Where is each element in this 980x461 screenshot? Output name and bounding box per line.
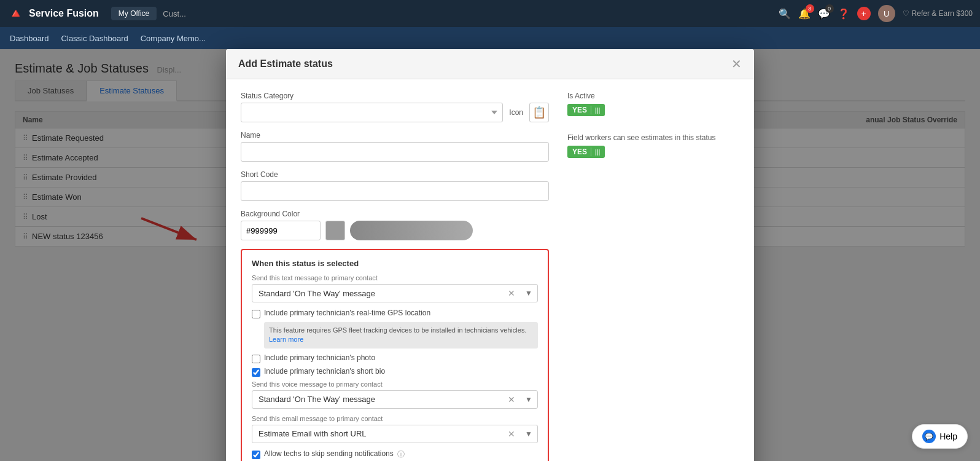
page-content: Estimate & Job Statuses Displ... Job Sta… [0, 49, 980, 461]
color-swatch-button[interactable] [325, 221, 345, 240]
short-code-label: Short Code [241, 170, 549, 179]
name-row: Name [241, 131, 549, 162]
color-input[interactable] [241, 221, 321, 240]
badge-icon: ||| [595, 107, 600, 114]
second-nav: Dashboard Classic Dashboard Company Memo… [0, 27, 980, 49]
icon-label: Icon [509, 108, 523, 117]
modal-body: Status Category Icon 📋 Name [226, 79, 754, 461]
user-avatar[interactable]: U [878, 5, 895, 22]
logo-icon: 🔺 [7, 6, 24, 22]
notification-box: When this status is selected Send this t… [241, 249, 549, 461]
color-row [241, 221, 549, 240]
nav-company-memo[interactable]: Company Memo... [141, 34, 206, 43]
skip-checkbox[interactable] [252, 451, 260, 459]
help-label: Help [939, 431, 957, 441]
nav-icons: 🔍 🔔 3 💬 0 ❓ + U ♡ Refer & Earn $300 [779, 5, 973, 22]
learn-more-link[interactable]: Learn more [269, 336, 303, 343]
add-button[interactable]: + [857, 7, 871, 20]
color-preview [350, 221, 473, 240]
modal-title: Add Estimate status [238, 58, 333, 69]
status-category-label: Status Category [241, 92, 549, 100]
bio-checkbox-row: Include primary technician's short bio [252, 367, 538, 377]
messages-badge: 0 [825, 4, 834, 13]
clear-email-icon[interactable]: ✕ [503, 425, 520, 443]
status-category-select[interactable] [241, 103, 503, 122]
gps-checkbox[interactable] [252, 310, 260, 318]
modal-right: Is Active YES ||| Field workers can see … [567, 92, 739, 461]
chevron-voice-icon[interactable]: ▼ [520, 392, 537, 408]
clear-voice-icon[interactable]: ✕ [503, 391, 520, 408]
email-message-dropdown[interactable]: Estimate Email with short URL ✕ ▼ [252, 425, 538, 443]
clear-text-icon[interactable]: ✕ [503, 285, 520, 302]
bio-checkbox[interactable] [252, 368, 260, 377]
help-nav-button[interactable]: ❓ [838, 8, 850, 20]
search-button[interactable]: 🔍 [779, 8, 791, 20]
heart-icon: ♡ [903, 9, 909, 18]
background-color-row: Background Color [241, 210, 549, 240]
name-input[interactable] [241, 142, 549, 162]
gps-checkbox-row: Include primary technician's real-time G… [252, 309, 538, 318]
short-code-input[interactable] [241, 181, 549, 201]
nav-dashboard[interactable]: Dashboard [10, 34, 49, 43]
voice-message-label: Send this voice message to primary conta… [252, 380, 538, 388]
notifications-button[interactable]: 🔔 3 [798, 8, 811, 20]
customers-nav-text: Cust... [163, 9, 186, 18]
help-button[interactable]: 💬 Help [912, 424, 968, 449]
badge-divider2 [591, 148, 591, 156]
top-nav: 🔺 Service Fusion My Office Cust... 🔍 🔔 3… [0, 0, 980, 27]
nav-classic-dashboard[interactable]: Classic Dashboard [61, 34, 128, 43]
gps-warning: This feature requires GPS fleet tracking… [264, 322, 538, 349]
logo-text: Service Fusion [29, 8, 99, 19]
help-tooltip-icon: ⓘ [397, 449, 405, 460]
field-workers-row: Field workers can see estimates in this … [567, 133, 739, 167]
chevron-email-icon[interactable]: ▼ [520, 426, 537, 442]
modal-header: Add Estimate status ✕ [226, 49, 754, 79]
email-message-label: Send this email message to primary conta… [252, 415, 538, 422]
modal-close-button[interactable]: ✕ [731, 58, 742, 70]
is-active-label: Is Active [567, 92, 739, 100]
text-message-label: Send this text message to primary contac… [252, 274, 538, 282]
plus-icon: + [857, 7, 871, 20]
help-icon: 💬 [922, 430, 936, 443]
badge-icon2: ||| [595, 149, 600, 156]
chevron-down-icon[interactable]: ▼ [520, 285, 537, 301]
modal: Add Estimate status ✕ Status Category Ic… [226, 49, 754, 461]
question-icon: ❓ [838, 9, 850, 19]
badge-divider [591, 106, 591, 114]
notif-title: When this status is selected [252, 259, 538, 268]
text-message-value: Standard 'On The Way' message [252, 285, 503, 302]
field-workers-label: Field workers can see estimates in this … [567, 133, 739, 142]
modal-left: Status Category Icon 📋 Name [241, 92, 549, 461]
refer-link[interactable]: ♡ Refer & Earn $300 [903, 9, 973, 18]
skip-checkbox-row: Allow techs to skip sending notification… [252, 449, 538, 460]
photo-checkbox[interactable] [252, 355, 260, 363]
text-message-dropdown[interactable]: Standard 'On The Way' message ✕ ▼ [252, 284, 538, 302]
gps-label: Include primary technician's real-time G… [264, 309, 430, 317]
status-category-row: Status Category Icon 📋 [241, 92, 549, 122]
field-workers-badge[interactable]: YES ||| [567, 146, 605, 158]
bio-label: Include primary technician's short bio [264, 367, 385, 376]
background-color-label: Background Color [241, 210, 549, 218]
search-icon: 🔍 [779, 9, 791, 19]
logo-area: 🔺 Service Fusion [7, 6, 99, 22]
voice-message-value: Standard 'On The Way' message [252, 391, 503, 408]
email-message-value: Estimate Email with short URL [252, 425, 503, 442]
name-label: Name [241, 131, 549, 140]
photo-checkbox-row: Include primary technician's photo [252, 353, 538, 363]
messages-button[interactable]: 💬 0 [818, 8, 830, 20]
voice-message-dropdown[interactable]: Standard 'On The Way' message ✕ ▼ [252, 390, 538, 409]
skip-label: Allow techs to skip sending notification… [264, 449, 394, 458]
is-active-badge[interactable]: YES ||| [567, 104, 605, 116]
status-category-inline: Icon 📋 [241, 103, 549, 122]
notifications-badge: 3 [806, 4, 814, 13]
my-office-button[interactable]: My Office [111, 7, 157, 20]
photo-label: Include primary technician's photo [264, 353, 375, 362]
icon-picker-button[interactable]: 📋 [529, 103, 549, 122]
short-code-row: Short Code [241, 170, 549, 201]
is-active-row: Is Active YES ||| [567, 92, 739, 125]
list-icon: 📋 [532, 106, 546, 119]
